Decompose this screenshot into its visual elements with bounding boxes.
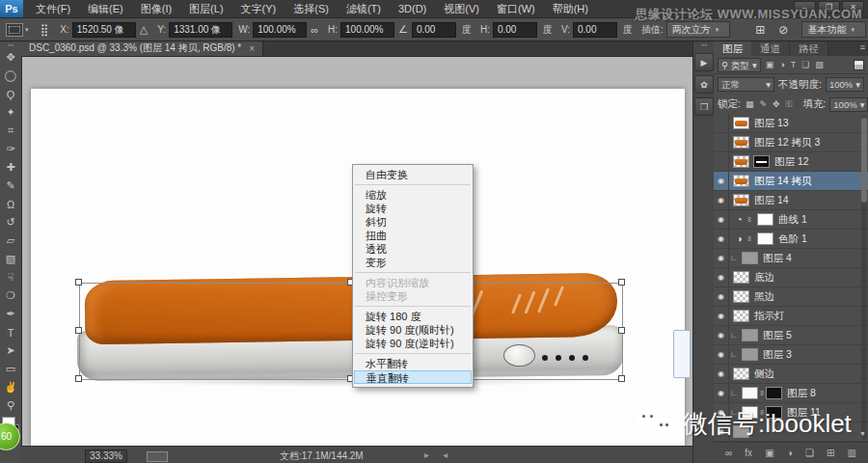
panel-menu-icon[interactable]: ≡ [860, 42, 865, 52]
menu-item-rotate-90-cw[interactable]: 旋转 90 度(顺时针) [353, 323, 473, 337]
close-document-icon[interactable]: × [249, 43, 255, 54]
relative-position-icon[interactable]: △ [140, 23, 148, 36]
menu-item-rotate-90-ccw[interactable]: 旋转 90 度(逆时针) [353, 337, 473, 350]
pen-tool[interactable]: ✒ [0, 305, 21, 323]
scroll-down-icon[interactable]: ▼ [859, 430, 866, 437]
layer-name[interactable]: 图层 14 拷贝 [754, 175, 812, 188]
layer-row[interactable]: ◉ 指示灯 [714, 307, 868, 326]
layer-thumbnail[interactable] [733, 155, 749, 168]
eye-cell[interactable]: ◉ [714, 384, 729, 402]
layer-row[interactable]: ◉ 黑边 [714, 287, 868, 307]
layer-thumbnail[interactable] [733, 271, 749, 284]
eye-cell[interactable]: ◉ [714, 326, 729, 344]
layer-name[interactable]: 图层 13 [754, 117, 789, 130]
layer-thumbnail[interactable] [742, 252, 758, 264]
new-group-icon[interactable]: ❏ [805, 448, 814, 458]
eye-icon[interactable]: ◉ [718, 234, 724, 243]
path-selection-tool[interactable]: ➤ [0, 341, 21, 360]
interpolation-dropdown[interactable]: 两次立方 ▾ [666, 21, 731, 38]
cancel-transform-icon[interactable]: ⊘ [778, 23, 788, 37]
eye-cell[interactable]: ◉ [714, 268, 729, 286]
layer-row[interactable]: ◉ 侧边 [714, 365, 868, 384]
layer-row[interactable]: ◉ ◔ ∞ 曲线 1 [714, 210, 868, 230]
curves-adjustment-icon[interactable]: ◔ [733, 213, 746, 226]
eye-icon[interactable]: ◉ [718, 196, 724, 204]
layer-name[interactable]: 图层 14 [754, 194, 789, 207]
filter-toggle[interactable] [854, 60, 864, 70]
eye-cell[interactable]: ◉ [714, 345, 729, 364]
layer-name[interactable]: 指示灯 [754, 310, 785, 323]
blend-mode-dropdown[interactable]: 正常 ▾ [718, 77, 774, 92]
menu-image[interactable]: 图像(I) [132, 0, 180, 17]
menu-file[interactable]: 文件(F) [27, 0, 79, 17]
layer-thumbnail[interactable] [733, 310, 749, 322]
layer-row[interactable]: ◉ 图层 12 拷贝 3 [714, 133, 868, 152]
shape-tool[interactable]: ▭ [0, 360, 21, 378]
layer-row[interactable]: ◉ 图层 13 [714, 114, 868, 133]
menu-item-free-transform[interactable]: 自由变换 [353, 168, 473, 181]
eye-cell[interactable]: ◉ [714, 133, 729, 151]
menu-item-scale[interactable]: 缩放 [353, 188, 473, 202]
tab-channels[interactable]: 通道 [751, 41, 790, 56]
eye-cell[interactable]: ◉ [714, 152, 729, 171]
menu-window[interactable]: 窗口(W) [488, 0, 544, 17]
quick-selection-tool[interactable]: ✦ [0, 103, 21, 122]
layer-name[interactable]: 侧边 [754, 368, 774, 381]
layer-mask-thumbnail[interactable] [757, 213, 773, 226]
filter-type-dropdown[interactable]: ⚲ 类型 ▾ [718, 58, 761, 72]
layer-name[interactable]: 图层 3 [763, 348, 792, 362]
layer-row[interactable]: ◉ ∟ 图层 5 [714, 326, 868, 345]
workspace-dropdown[interactable]: 基本功能 ▾ [801, 21, 866, 38]
layer-name[interactable]: 图层 8 [787, 387, 816, 400]
filter-type-icon[interactable]: T [791, 60, 797, 69]
lock-transparent-icon[interactable]: ▦ [746, 99, 754, 109]
lock-all-icon[interactable]: ⚿ [786, 99, 793, 110]
crop-tool[interactable]: ⌗ [0, 122, 21, 140]
menu-view[interactable]: 视图(V) [435, 0, 488, 17]
height-field[interactable]: 100.00% [340, 22, 394, 38]
zoom-level-field[interactable]: 33.33% [85, 449, 127, 463]
layer-name[interactable]: 图层 4 [763, 252, 792, 265]
x-position-field[interactable]: 1520.50 像 [72, 22, 136, 38]
history-brush-tool[interactable]: ↺ [0, 213, 21, 232]
healing-brush-tool[interactable]: ✚ [0, 158, 21, 177]
tab-layers[interactable]: 图层 [714, 41, 751, 56]
dodge-tool[interactable]: ❍ [0, 286, 21, 305]
transform-handle-nw[interactable] [75, 279, 82, 286]
smudge-tool[interactable]: ☟ [0, 268, 21, 286]
transform-handle-sw[interactable] [75, 375, 82, 382]
actions-panel-icon[interactable]: ▶ [694, 53, 714, 71]
type-tool[interactable]: T [0, 323, 21, 341]
zoom-tool[interactable]: ⚲ [0, 396, 21, 415]
toolbar-collapse-icon[interactable]: «« [8, 41, 14, 48]
menu-item-perspective[interactable]: 透视 [353, 242, 473, 256]
layer-style-icon[interactable]: fx [745, 448, 752, 458]
menu-item-warp[interactable]: 变形 [353, 256, 473, 269]
tool-preset-arrow-icon[interactable]: ▾ [25, 26, 29, 34]
menu-edit[interactable]: 编辑(E) [79, 0, 132, 17]
eraser-tool[interactable]: ▱ [0, 232, 21, 250]
vskew-field[interactable]: 0.00 [573, 22, 617, 38]
transform-handle-w[interactable] [75, 327, 82, 334]
eye-icon[interactable]: ◉ [718, 177, 724, 185]
transform-handle-se[interactable] [618, 375, 625, 382]
width-field[interactable]: 100.00% [253, 22, 307, 38]
fill-dropdown[interactable]: 100% ▾ [829, 97, 868, 112]
layer-name[interactable]: 图层 12 拷贝 3 [754, 136, 820, 150]
layer-row[interactable]: ◉ 图层 14 [714, 191, 868, 210]
layer-mask-thumbnail[interactable] [757, 232, 773, 245]
eye-icon[interactable]: ◉ [718, 350, 724, 359]
menu-type[interactable]: 文字(Y) [232, 0, 285, 17]
eye-icon[interactable]: ◉ [718, 215, 724, 224]
layer-row[interactable]: ◉ 底边 [714, 268, 868, 287]
canvas-scrollbar-thumb[interactable] [673, 330, 691, 378]
layer-row[interactable]: ◉ ∟ 图层 4 [714, 249, 868, 268]
brush-tool[interactable]: ✎ [0, 177, 21, 195]
eye-icon[interactable]: ◉ [718, 331, 724, 340]
layer-name[interactable]: 曲线 1 [778, 213, 807, 227]
eye-cell[interactable]: ◉ [714, 307, 729, 325]
eye-cell[interactable]: ◉ [714, 287, 729, 306]
hskew-field[interactable]: 0.00 [493, 22, 537, 38]
menu-item-skew[interactable]: 斜切 [353, 215, 473, 229]
lasso-tool[interactable]: Ϙ [0, 85, 21, 103]
